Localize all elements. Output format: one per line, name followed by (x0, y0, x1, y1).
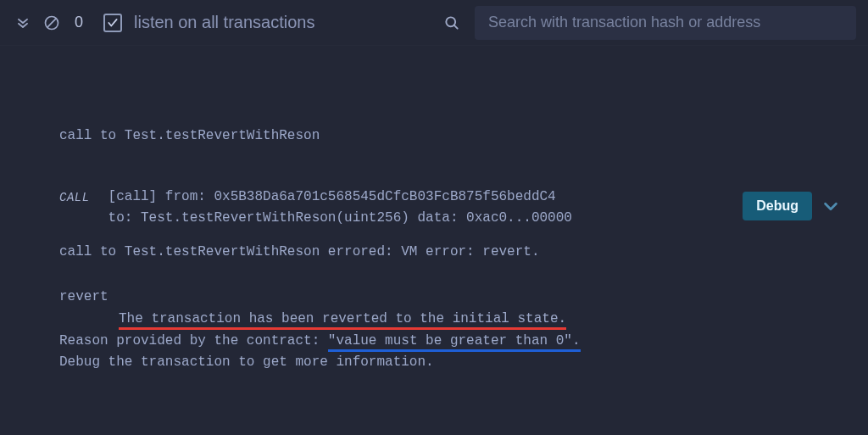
error-line: call to Test.testRevertWithReson errored… (59, 242, 826, 264)
tx-controls: Debug (743, 192, 843, 220)
reason-value: "value must be greater than 0". (328, 333, 581, 349)
terminal-output: call to Test.testRevertWithReson CALL [c… (0, 46, 868, 399)
svg-line-1 (47, 19, 55, 26)
chevron-down-icon[interactable] (819, 194, 843, 218)
cancel-icon[interactable] (41, 12, 63, 34)
search-icon[interactable] (441, 12, 463, 34)
pending-count: 0 (70, 14, 88, 31)
expand-down-icon[interactable] (12, 12, 34, 34)
listen-label: listen on all transactions (134, 13, 314, 32)
checkbox-icon[interactable] (103, 14, 122, 32)
reason-prefix: Reason provided by the contract: (59, 333, 328, 349)
call-header: call to Test.testRevertWithReson (59, 125, 826, 148)
from-line: [call] from: 0x5B38Da6a701c568545dCfcB03… (108, 187, 826, 209)
transaction-block: CALL [call] from: 0x5B38Da6a701c568545dC… (59, 187, 826, 374)
revert-label: revert (59, 287, 826, 309)
to-line: to: Test.testRevertWithReson(uint256) da… (108, 208, 826, 230)
debug-hint: Debug the transaction to get more inform… (59, 352, 826, 374)
debug-button[interactable]: Debug (743, 192, 812, 220)
topbar: 0 listen on all transactions (0, 0, 868, 46)
reverted-state-text: The transaction has been reverted to the… (119, 311, 566, 327)
call-badge: CALL (59, 187, 90, 207)
reverted-state-line: The transaction has been reverted to the… (59, 309, 826, 331)
reason-line: Reason provided by the contract: "value … (59, 331, 826, 353)
search-input[interactable] (475, 6, 856, 40)
svg-line-3 (454, 25, 458, 28)
listen-toggle[interactable]: listen on all transactions (103, 13, 314, 32)
